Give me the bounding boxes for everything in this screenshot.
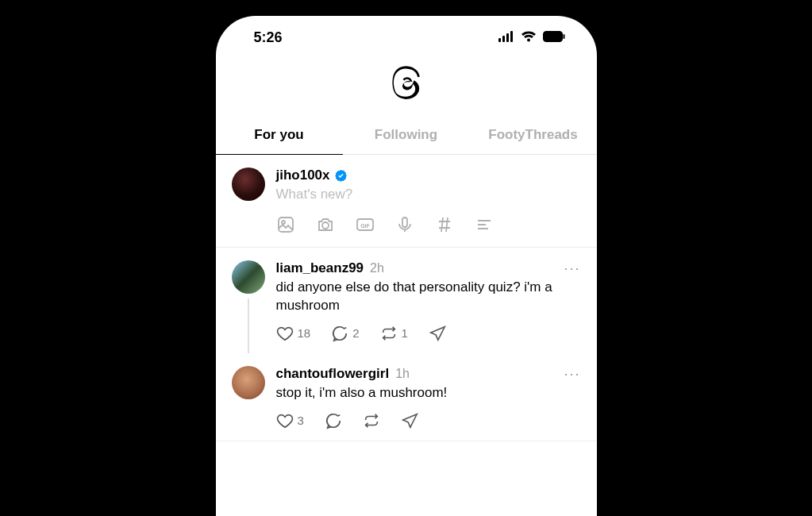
image-icon[interactable]: [276, 215, 295, 234]
like-button[interactable]: 3: [276, 412, 304, 429]
avatar[interactable]: [232, 366, 265, 399]
status-bar: 5:26: [216, 16, 597, 59]
camera-icon[interactable]: [316, 215, 335, 234]
svg-rect-5: [563, 34, 564, 39]
svg-rect-2: [506, 33, 509, 42]
tab-footythreads[interactable]: FootyThreads: [470, 116, 597, 154]
like-button[interactable]: 18: [276, 325, 311, 342]
post-username[interactable]: chantouflowergirl: [276, 366, 390, 382]
divider: [216, 441, 597, 441]
like-count: 18: [298, 326, 311, 340]
status-icons: [498, 29, 565, 46]
svg-rect-6: [279, 218, 293, 232]
tab-for-you[interactable]: For you: [216, 116, 343, 154]
share-button[interactable]: [401, 412, 418, 429]
post-time: 1h: [395, 367, 410, 381]
thread-line: [248, 298, 249, 353]
threads-logo-icon[interactable]: [391, 65, 421, 103]
post-actions: 18 2 1: [276, 325, 581, 342]
repost-button[interactable]: [363, 412, 380, 429]
share-button[interactable]: [429, 325, 446, 342]
reply-button[interactable]: 2: [331, 325, 359, 342]
svg-rect-3: [510, 31, 513, 42]
feed-tabs: For you Following FootyThreads: [216, 116, 597, 155]
reply-count: 2: [352, 326, 359, 340]
post-text: did anyone else do that personality quiz…: [276, 279, 581, 315]
status-time: 5:26: [254, 29, 283, 46]
reply-button[interactable]: [325, 412, 342, 429]
phone-frame: 5:26 For you Following FootyThreads j: [216, 16, 597, 516]
composer-placeholder[interactable]: What's new?: [276, 187, 581, 202]
repost-button[interactable]: 1: [380, 325, 408, 342]
avatar[interactable]: [232, 260, 265, 294]
svg-rect-11: [402, 218, 407, 227]
hashtag-icon[interactable]: [435, 215, 454, 234]
poll-icon[interactable]: [475, 215, 494, 234]
repost-count: 1: [402, 326, 408, 340]
verified-badge-icon: [334, 169, 348, 183]
tab-label: FootyThreads: [488, 127, 577, 142]
mic-icon[interactable]: [395, 215, 414, 234]
app-logo-row: [216, 59, 597, 116]
battery-icon: [543, 29, 565, 46]
tab-label: For you: [254, 127, 303, 142]
like-count: 3: [298, 414, 304, 427]
gif-icon[interactable]: GIF: [356, 215, 375, 234]
svg-point-8: [322, 222, 329, 229]
wifi-icon: [521, 29, 537, 46]
svg-point-7: [282, 221, 285, 224]
composer-toolbar: GIF: [276, 215, 581, 234]
post-text: stop it, i'm also a mushroom!: [276, 384, 581, 402]
tab-label: Following: [375, 127, 437, 142]
svg-rect-4: [543, 31, 562, 41]
cellular-icon: [498, 29, 514, 46]
post-username[interactable]: liam_beanz99: [276, 260, 364, 276]
avatar[interactable]: [232, 168, 265, 201]
svg-rect-1: [502, 36, 505, 42]
more-icon[interactable]: ···: [564, 372, 580, 376]
more-icon[interactable]: ···: [564, 266, 580, 271]
post[interactable]: chantouflowergirl 1h ··· stop it, i'm al…: [216, 353, 597, 441]
composer[interactable]: jiho100x What's new? GIF: [216, 155, 597, 248]
svg-rect-0: [498, 38, 501, 42]
post-actions: 3: [276, 412, 581, 429]
post-time: 2h: [370, 261, 384, 275]
tab-following[interactable]: Following: [343, 116, 470, 154]
composer-username: jiho100x: [276, 168, 330, 183]
svg-text:GIF: GIF: [360, 223, 370, 229]
post[interactable]: liam_beanz99 2h ··· did anyone else do t…: [216, 248, 597, 353]
